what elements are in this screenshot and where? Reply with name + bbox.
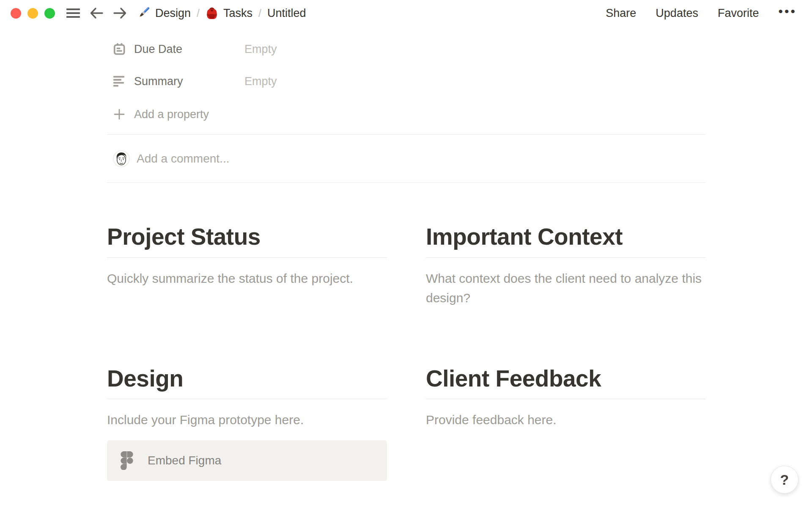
add-property-label: Add a property	[134, 108, 209, 121]
breadcrumb-separator: /	[258, 7, 261, 19]
text-align-left-icon	[113, 75, 126, 87]
more-options-button[interactable]: •••	[778, 5, 797, 21]
topbar-actions: Share Updates Favorite •••	[606, 5, 797, 21]
breadcrumb-label: Untitled	[267, 7, 306, 20]
section-title: Important Context	[426, 224, 706, 250]
close-window-button[interactable]	[11, 8, 21, 19]
section-grid: Project Status Quickly summarize the sta…	[107, 224, 706, 481]
divider	[426, 399, 706, 399]
embed-figma-label: Embed Figma	[148, 454, 221, 467]
updates-button[interactable]: Updates	[656, 7, 698, 20]
divider	[107, 257, 387, 258]
breadcrumb-item-design[interactable]: Design	[137, 6, 191, 20]
section-important-context: Important Context What context does the …	[426, 224, 706, 308]
embed-figma-button[interactable]: Embed Figma	[107, 440, 387, 481]
hamburger-icon	[66, 8, 80, 19]
section-title: Project Status	[107, 224, 387, 250]
back-button[interactable]	[90, 7, 103, 19]
breadcrumb-item-untitled[interactable]: Untitled	[267, 7, 306, 20]
comment-input[interactable]	[137, 152, 706, 166]
divider	[426, 257, 706, 258]
breadcrumb-label: Design	[155, 7, 191, 20]
divider	[107, 182, 706, 183]
divider	[107, 399, 387, 399]
property-value[interactable]: Empty	[244, 43, 277, 56]
calendar-icon	[113, 43, 126, 55]
add-property-button[interactable]: Add a property	[107, 106, 706, 123]
favorite-button[interactable]: Favorite	[718, 7, 759, 20]
arrow-left-icon	[90, 7, 103, 19]
section-design: Design Include your Figma prototype here…	[107, 366, 387, 481]
sidebar-menu-button[interactable]	[66, 8, 80, 19]
figma-icon	[121, 451, 133, 470]
property-label: Summary	[134, 75, 244, 88]
breadcrumb: Design / Tasks / Untitled	[137, 6, 306, 20]
section-project-status: Project Status Quickly summarize the sta…	[107, 224, 387, 288]
property-row-summary[interactable]: Summary Empty	[107, 73, 706, 90]
avatar	[113, 150, 130, 167]
zoom-window-button[interactable]	[44, 8, 55, 19]
section-title: Client Feedback	[426, 366, 706, 392]
breadcrumb-label: Tasks	[223, 7, 252, 20]
section-body: Provide feedback here.	[426, 410, 706, 430]
traffic-lights	[11, 8, 55, 19]
breadcrumb-item-tasks[interactable]: Tasks	[206, 6, 252, 20]
property-label: Due Date	[134, 43, 244, 56]
comment-section	[107, 135, 706, 182]
breadcrumb-separator: /	[197, 7, 200, 19]
help-button[interactable]: ?	[771, 466, 798, 494]
section-client-feedback: Client Feedback Provide feedback here.	[426, 366, 706, 430]
arrow-right-icon	[113, 7, 126, 19]
minimize-window-button[interactable]	[27, 8, 38, 19]
window-title-bar: Design / Tasks / Untitled Share Updates …	[0, 0, 812, 26]
paintbrush-icon	[137, 6, 150, 20]
section-body: Quickly summarize the status of the proj…	[107, 269, 387, 289]
section-body: Include your Figma prototype here.	[107, 410, 387, 430]
page-content: Due Date Empty Summary Empty Add a prope…	[107, 41, 706, 481]
share-button[interactable]: Share	[606, 7, 636, 20]
section-body: What context does the client need to ana…	[426, 269, 706, 308]
section-title: Design	[107, 366, 387, 392]
property-row-due-date[interactable]: Due Date Empty	[107, 41, 706, 58]
plus-icon	[113, 108, 126, 120]
property-value[interactable]: Empty	[244, 75, 277, 88]
forward-button[interactable]	[113, 7, 126, 19]
backpack-icon	[206, 6, 218, 20]
